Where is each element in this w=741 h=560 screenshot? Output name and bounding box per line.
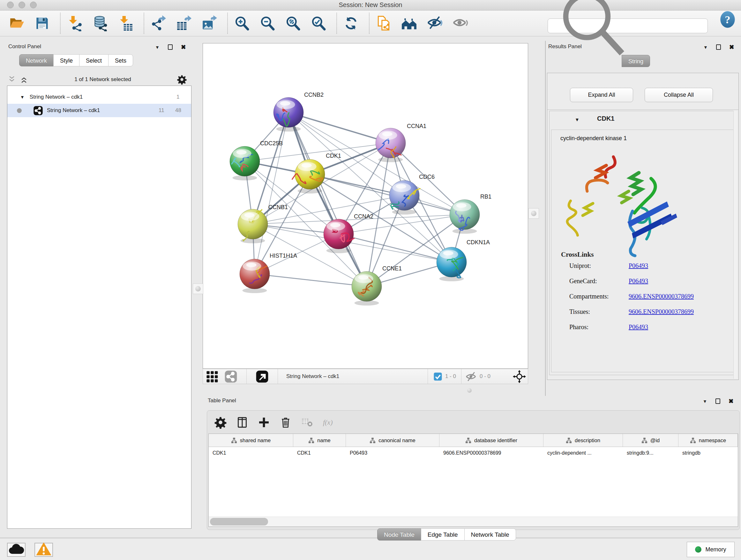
network-options-gear-icon[interactable] [177,74,187,84]
results-panel: Results Panel ▼ ✖ String Expand All Coll… [545,41,741,396]
network-edge-CDK1-RB1[interactable] [310,174,465,214]
tab-network-table[interactable]: Network Table [464,528,516,541]
network-node-CDC25B[interactable] [230,146,260,180]
collapse-all-button[interactable]: Collapse All [645,88,713,102]
memory-status-icon [695,546,701,553]
tab-style[interactable]: Style [53,54,79,66]
network-node-HIST1H1A[interactable] [240,259,270,293]
help-button[interactable]: ? [719,11,736,28]
import-table-icon[interactable] [116,14,135,33]
hidden-eye-slash-icon[interactable] [465,370,478,383]
tab-node-table[interactable]: Node Table [377,528,421,541]
crosslink-value-link[interactable]: P06493 [629,277,648,285]
hide-selected-icon[interactable] [425,14,444,33]
results-panel-close-icon[interactable]: ✖ [729,44,734,50]
expand-all-networks-icon[interactable] [19,75,29,84]
selected-checkbox-icon[interactable] [433,370,443,383]
column-header-database-identifier[interactable]: database identifier [440,434,543,447]
fit-content-crosshair-icon[interactable] [513,370,526,383]
network-selection-status: 1 of 1 Network selected [29,76,177,83]
expand-all-button[interactable]: Expand All [570,88,633,102]
table-panel: Table Panel ▼ ✖ f(x) shared namenamecano… [203,394,741,543]
collection-expander-icon[interactable]: ▼ [20,95,24,100]
network-share-toggle-icon[interactable] [224,370,238,383]
network-node-CCNA1[interactable] [376,128,406,162]
save-icon[interactable] [32,14,52,33]
warnings-button[interactable] [35,543,53,557]
trash-icon[interactable] [279,415,293,429]
table-panel-float-icon[interactable] [716,398,720,404]
network-node-RB1[interactable] [450,199,480,234]
crosslink-label: Uniprot: [569,262,629,269]
open-folder-icon[interactable] [7,14,26,33]
network-node-CCNB2[interactable] [273,98,304,132]
import-database-icon[interactable] [91,14,110,33]
node-label-CDC25B: CDC25B [260,140,283,146]
control-panel-close-icon[interactable]: ✖ [181,44,186,50]
tab-edge-table[interactable]: Edge Table [421,528,465,541]
results-scrollbar[interactable] [733,111,738,379]
zoom-selected-icon[interactable] [309,14,328,33]
refresh-icon[interactable] [341,14,360,33]
protein-group-expander-icon[interactable]: ▼ [575,117,580,122]
column-header--id[interactable]: @id [623,434,678,447]
column-header-namespace[interactable]: namespace [678,434,738,447]
column-header-shared-name[interactable]: shared name [209,434,293,447]
network-canvas[interactable]: CCNB2CCNA1CDC25BCDK1CDC6RB1CCNB1CCNA2CDK… [203,43,528,369]
results-panel-menu-icon[interactable]: ▼ [703,45,708,50]
control-panel-float-icon[interactable] [168,44,173,50]
gear-icon[interactable] [213,415,227,429]
column-header-canonical-name[interactable]: canonical name [346,434,440,447]
open-in-new-icon[interactable] [256,370,269,383]
birdseye-grid-icon[interactable] [205,370,219,383]
export-network-icon[interactable] [149,14,168,33]
zoom-out-icon[interactable] [258,14,277,33]
zoom-in-icon[interactable] [232,14,252,33]
hidden-counts: 0 - 0 [480,373,490,380]
network-edge-CCNB2-HIST1H1A[interactable] [255,112,288,274]
column-header-description[interactable]: description [543,434,623,447]
control-panel-menu-icon[interactable]: ▼ [155,45,159,50]
table-row[interactable]: CDK1CDK1P064939606.ENSP00000378699cyclin… [209,447,738,459]
export-image-icon[interactable] [200,14,219,33]
table-panel-menu-icon[interactable]: ▼ [703,399,707,403]
network-node-count: 11 [158,107,164,114]
columns-icon[interactable] [235,415,249,429]
network-node-CCNE1[interactable] [352,271,382,306]
home-icon[interactable] [400,14,419,33]
network-edge-CCNB2-CCNE1[interactable] [288,112,367,287]
table-panel-close-icon[interactable]: ✖ [729,398,734,404]
tab-string[interactable]: String [622,55,650,67]
right-splitter-handle[interactable] [529,208,539,219]
left-splitter-handle[interactable] [193,284,203,294]
network-row[interactable]: String Network – cdk1 11 48 [7,104,191,117]
column-header-name[interactable]: name [293,434,346,447]
bottom-splitter-handle[interactable] [467,388,472,393]
annotation-icon[interactable] [374,14,393,33]
zoom-fit-icon[interactable] [283,14,302,33]
toolbar-separator [144,13,144,34]
add-icon[interactable] [257,415,271,429]
crosslink-value-link[interactable]: 9606.ENSP00000378699 [629,308,694,315]
network-node-CCNB1[interactable] [238,209,268,243]
export-table-icon[interactable] [174,14,193,33]
crosslink-value-link[interactable]: 9606.ENSP00000378699 [629,293,694,300]
results-panel-float-icon[interactable] [716,44,721,50]
table-hscrollbar[interactable] [209,516,738,526]
crosslink-value-link[interactable]: P06493 [629,323,648,331]
cloud-button[interactable] [7,543,25,557]
tab-select[interactable]: Select [79,54,109,66]
import-network-icon[interactable] [65,14,84,33]
search-input[interactable] [632,20,708,32]
network-edge-CCNB2-CCNA1[interactable] [288,112,391,143]
crosslink-value-link[interactable]: P06493 [629,262,648,269]
tab-network[interactable]: Network [19,54,54,66]
collapse-all-networks-icon[interactable] [7,75,17,84]
tab-sets[interactable]: Sets [108,54,133,66]
table-cell: CDK1 [209,447,293,459]
network-node-CDKN1A[interactable] [436,247,467,281]
network-edge-HIST1H1A-CCNE1[interactable] [255,274,367,287]
show-all-icon[interactable] [451,14,470,33]
network-collection-row[interactable]: ▼ String Network – cdk1 1 [7,90,191,104]
memory-button[interactable]: Memory [687,542,735,557]
